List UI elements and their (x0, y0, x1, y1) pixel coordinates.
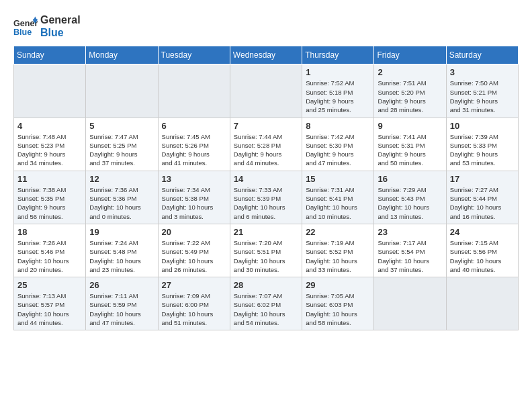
day-number: 10 (450, 121, 515, 131)
day-cell: 13Sunrise: 7:34 AM Sunset: 5:38 PM Dayli… (158, 171, 230, 224)
day-cell: 25Sunrise: 7:13 AM Sunset: 5:57 PM Dayli… (14, 277, 86, 330)
day-cell: 26Sunrise: 7:11 AM Sunset: 5:59 PM Dayli… (86, 277, 158, 330)
day-number: 7 (234, 121, 298, 131)
day-info: Sunrise: 7:34 AM Sunset: 5:38 PM Dayligh… (162, 185, 226, 221)
day-info: Sunrise: 7:13 AM Sunset: 5:57 PM Dayligh… (17, 291, 82, 327)
day-number: 6 (162, 121, 226, 131)
day-number: 9 (378, 121, 442, 131)
calendar-table: SundayMondayTuesdayWednesdayThursdayFrid… (13, 46, 519, 330)
day-number: 25 (17, 280, 82, 290)
day-number: 26 (89, 280, 154, 290)
day-info: Sunrise: 7:27 AM Sunset: 5:44 PM Dayligh… (450, 185, 515, 221)
day-cell: 16Sunrise: 7:29 AM Sunset: 5:43 PM Dayli… (374, 171, 446, 224)
day-cell: 12Sunrise: 7:36 AM Sunset: 5:36 PM Dayli… (86, 171, 158, 224)
day-number: 24 (450, 227, 515, 237)
day-number: 13 (162, 174, 226, 184)
day-info: Sunrise: 7:19 AM Sunset: 5:52 PM Dayligh… (306, 238, 370, 274)
day-number: 17 (450, 174, 515, 184)
day-cell (230, 64, 302, 118)
day-number: 4 (17, 121, 82, 131)
day-info: Sunrise: 7:52 AM Sunset: 5:18 PM Dayligh… (306, 79, 370, 114)
day-info: Sunrise: 7:22 AM Sunset: 5:49 PM Dayligh… (162, 238, 226, 274)
logo: General Blue General Blue (13, 13, 81, 39)
day-cell: 23Sunrise: 7:17 AM Sunset: 5:54 PM Dayli… (374, 224, 446, 277)
day-info: Sunrise: 7:05 AM Sunset: 6:03 PM Dayligh… (306, 291, 370, 327)
day-number: 3 (450, 67, 515, 77)
day-number: 12 (89, 174, 154, 184)
col-header-saturday: Saturday (446, 46, 518, 64)
day-cell: 29Sunrise: 7:05 AM Sunset: 6:03 PM Dayli… (302, 277, 374, 330)
day-cell: 22Sunrise: 7:19 AM Sunset: 5:52 PM Dayli… (302, 224, 374, 277)
day-info: Sunrise: 7:09 AM Sunset: 6:00 PM Dayligh… (162, 291, 226, 327)
day-info: Sunrise: 7:15 AM Sunset: 5:56 PM Dayligh… (450, 238, 515, 274)
page-header: General Blue General Blue (13, 13, 519, 39)
day-cell: 5Sunrise: 7:47 AM Sunset: 5:25 PM Daylig… (86, 118, 158, 171)
day-number: 22 (306, 227, 370, 237)
day-number: 28 (234, 280, 298, 290)
col-header-wednesday: Wednesday (230, 46, 302, 64)
day-info: Sunrise: 7:17 AM Sunset: 5:54 PM Dayligh… (378, 238, 442, 274)
day-cell: 19Sunrise: 7:24 AM Sunset: 5:48 PM Dayli… (86, 224, 158, 277)
day-cell: 27Sunrise: 7:09 AM Sunset: 6:00 PM Dayli… (158, 277, 230, 330)
day-number: 16 (378, 174, 442, 184)
day-number: 19 (89, 227, 154, 237)
day-info: Sunrise: 7:47 AM Sunset: 5:25 PM Dayligh… (89, 132, 154, 168)
day-info: Sunrise: 7:38 AM Sunset: 5:35 PM Dayligh… (17, 185, 82, 221)
col-header-tuesday: Tuesday (158, 46, 230, 64)
day-cell: 8Sunrise: 7:42 AM Sunset: 5:30 PM Daylig… (302, 118, 374, 171)
col-header-thursday: Thursday (302, 46, 374, 64)
day-cell: 1Sunrise: 7:52 AM Sunset: 5:18 PM Daylig… (302, 64, 374, 118)
day-cell (14, 64, 86, 118)
day-info: Sunrise: 7:48 AM Sunset: 5:23 PM Dayligh… (17, 132, 82, 168)
day-cell: 20Sunrise: 7:22 AM Sunset: 5:49 PM Dayli… (158, 224, 230, 277)
day-number: 11 (17, 174, 82, 184)
day-info: Sunrise: 7:39 AM Sunset: 5:33 PM Dayligh… (450, 132, 515, 168)
day-info: Sunrise: 7:41 AM Sunset: 5:31 PM Dayligh… (378, 132, 442, 168)
day-cell (446, 277, 518, 330)
day-info: Sunrise: 7:31 AM Sunset: 5:41 PM Dayligh… (306, 185, 370, 221)
day-cell: 14Sunrise: 7:33 AM Sunset: 5:39 PM Dayli… (230, 171, 302, 224)
day-cell: 4Sunrise: 7:48 AM Sunset: 5:23 PM Daylig… (14, 118, 86, 171)
week-row-3: 11Sunrise: 7:38 AM Sunset: 5:35 PM Dayli… (14, 171, 519, 224)
day-number: 14 (234, 174, 298, 184)
day-cell (158, 64, 230, 118)
day-cell: 15Sunrise: 7:31 AM Sunset: 5:41 PM Dayli… (302, 171, 374, 224)
day-cell: 7Sunrise: 7:44 AM Sunset: 5:28 PM Daylig… (230, 118, 302, 171)
day-number: 29 (306, 280, 370, 290)
day-cell: 17Sunrise: 7:27 AM Sunset: 5:44 PM Dayli… (446, 171, 518, 224)
week-row-4: 18Sunrise: 7:26 AM Sunset: 5:46 PM Dayli… (14, 224, 519, 277)
logo-blue: Blue (40, 26, 81, 39)
col-header-sunday: Sunday (14, 46, 86, 64)
week-row-1: 1Sunrise: 7:52 AM Sunset: 5:18 PM Daylig… (14, 64, 519, 118)
day-cell: 18Sunrise: 7:26 AM Sunset: 5:46 PM Dayli… (14, 224, 86, 277)
day-info: Sunrise: 7:29 AM Sunset: 5:43 PM Dayligh… (378, 185, 442, 221)
day-number: 2 (378, 67, 442, 77)
day-number: 21 (234, 227, 298, 237)
day-cell: 10Sunrise: 7:39 AM Sunset: 5:33 PM Dayli… (446, 118, 518, 171)
day-number: 5 (89, 121, 154, 131)
day-number: 15 (306, 174, 370, 184)
day-number: 1 (306, 67, 370, 77)
day-cell: 21Sunrise: 7:20 AM Sunset: 5:51 PM Dayli… (230, 224, 302, 277)
col-header-friday: Friday (374, 46, 446, 64)
day-info: Sunrise: 7:44 AM Sunset: 5:28 PM Dayligh… (234, 132, 298, 168)
day-info: Sunrise: 7:20 AM Sunset: 5:51 PM Dayligh… (234, 238, 298, 274)
day-info: Sunrise: 7:51 AM Sunset: 5:20 PM Dayligh… (378, 79, 442, 114)
day-number: 18 (17, 227, 82, 237)
logo-general: General (40, 13, 81, 26)
day-number: 8 (306, 121, 370, 131)
day-info: Sunrise: 7:24 AM Sunset: 5:48 PM Dayligh… (89, 238, 154, 274)
day-number: 20 (162, 227, 226, 237)
day-cell: 24Sunrise: 7:15 AM Sunset: 5:56 PM Dayli… (446, 224, 518, 277)
col-header-monday: Monday (86, 46, 158, 64)
day-info: Sunrise: 7:07 AM Sunset: 6:02 PM Dayligh… (234, 291, 298, 327)
day-cell: 28Sunrise: 7:07 AM Sunset: 6:02 PM Dayli… (230, 277, 302, 330)
calendar-header-row: SundayMondayTuesdayWednesdayThursdayFrid… (14, 46, 519, 64)
day-info: Sunrise: 7:26 AM Sunset: 5:46 PM Dayligh… (17, 238, 82, 274)
week-row-2: 4Sunrise: 7:48 AM Sunset: 5:23 PM Daylig… (14, 118, 519, 171)
day-cell: 11Sunrise: 7:38 AM Sunset: 5:35 PM Dayli… (14, 171, 86, 224)
day-cell: 9Sunrise: 7:41 AM Sunset: 5:31 PM Daylig… (374, 118, 446, 171)
day-info: Sunrise: 7:50 AM Sunset: 5:21 PM Dayligh… (450, 79, 515, 114)
day-info: Sunrise: 7:45 AM Sunset: 5:26 PM Dayligh… (162, 132, 226, 168)
day-number: 27 (162, 280, 226, 290)
